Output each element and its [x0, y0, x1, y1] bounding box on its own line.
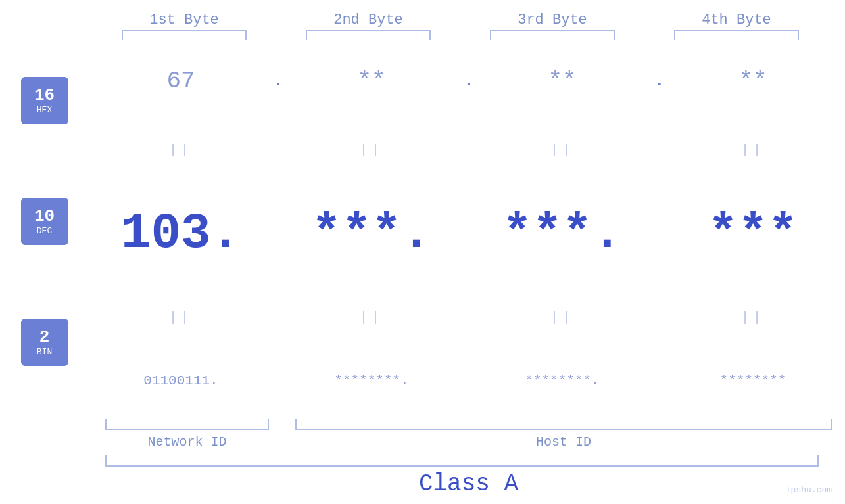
pipe-1-2: ||	[279, 143, 464, 158]
bin-badge: 2 BIN	[21, 319, 68, 366]
network-id-bracket	[92, 419, 282, 430]
bracket-1	[92, 30, 276, 40]
main-rows: 16 HEX 10 DEC 2 BIN 67 . **	[0, 40, 845, 416]
dot-3-hex: .	[654, 71, 661, 91]
hex-row: 67 . ** . ** . **	[89, 68, 845, 95]
top-brackets	[92, 30, 845, 40]
host-id-bracket	[282, 419, 845, 430]
badges-column: 16 HEX 10 DEC 2 BIN	[0, 40, 89, 416]
bin-byte-1: 01100111.	[89, 373, 273, 388]
hex-badge: 16 HEX	[21, 77, 68, 124]
dec-badge: 10 DEC	[21, 198, 68, 245]
bracket-2	[276, 30, 460, 40]
dec-byte-3: ***.	[470, 206, 654, 262]
watermark: ipshu.com	[786, 485, 832, 495]
dec-byte-4: ***	[661, 206, 845, 262]
pipe-2-2: ||	[279, 310, 464, 325]
bracket-4	[644, 30, 829, 40]
bin-byte-2: ********.	[279, 373, 464, 388]
bin-byte-4: ********	[661, 373, 845, 388]
pipe-1-1: ||	[89, 143, 273, 158]
host-id-label: Host ID	[282, 434, 845, 449]
values-column: 67 . ** . ** . ** || ||	[89, 40, 845, 416]
hex-byte-1: 67	[89, 68, 273, 95]
id-labels-row: Network ID Host ID	[92, 434, 845, 449]
hex-byte-3: **	[470, 68, 654, 95]
page-layout: 1st Byte 2nd Byte 3rd Byte 4th Byte	[0, 0, 845, 504]
pipe-2-4: ||	[661, 310, 845, 325]
byte-label-2: 2nd Byte	[276, 12, 460, 28]
hex-byte-4: **	[661, 68, 845, 95]
pipe-row-1: || || || ||	[89, 143, 845, 158]
dot-1-hex: .	[273, 71, 279, 91]
pipe-1-4: ||	[661, 143, 845, 158]
byte-label-1: 1st Byte	[92, 12, 276, 28]
pipe-2-1: ||	[89, 310, 273, 325]
class-bracket-row	[92, 455, 832, 467]
dec-byte-1: 103.	[89, 206, 273, 262]
network-id-label: Network ID	[92, 434, 282, 449]
bracket-3	[460, 30, 644, 40]
class-label-container: Class A	[92, 470, 845, 497]
byte-label-3: 3rd Byte	[460, 12, 644, 28]
bin-byte-3: ********.	[470, 373, 654, 388]
dot-2-hex: .	[464, 71, 470, 91]
bottom-brackets-row	[92, 419, 845, 430]
byte-labels-row: 1st Byte 2nd Byte 3rd Byte 4th Byte	[92, 12, 845, 28]
hex-byte-2: **	[279, 68, 464, 95]
dec-row: 103. ***. ***. ***	[89, 206, 845, 262]
pipe-1-3: ||	[470, 143, 654, 158]
dec-byte-2: ***.	[279, 206, 464, 262]
pipe-2-3: ||	[470, 310, 654, 325]
byte-label-4: 4th Byte	[644, 12, 829, 28]
bin-row: 01100111. ********. ********. ********	[89, 373, 845, 388]
pipe-row-2: || || || ||	[89, 310, 845, 325]
